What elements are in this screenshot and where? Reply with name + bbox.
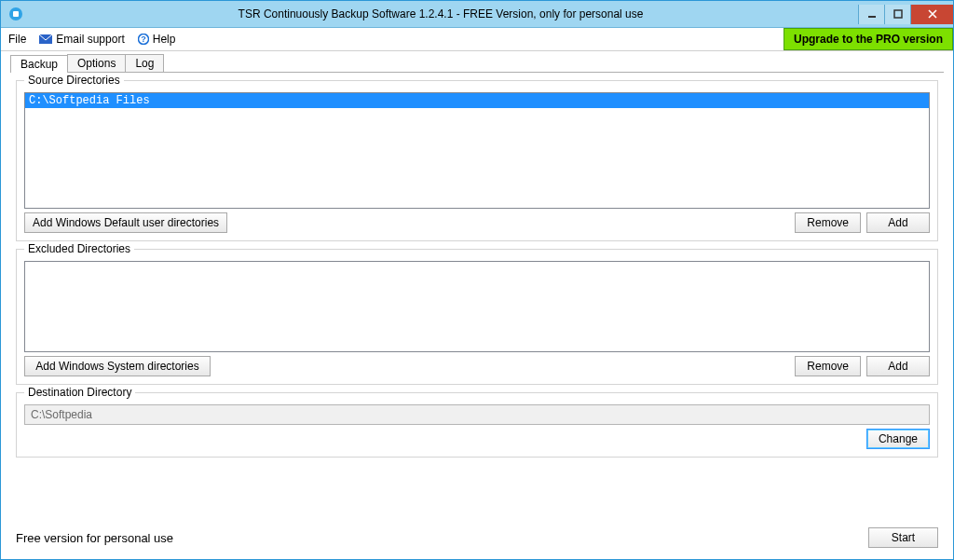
titlebar[interactable]: TSR Continuously Backup Software 1.2.4.1… [1,1,953,28]
add-system-dirs-button[interactable]: Add Windows System directories [24,356,211,376]
tabstrip: Backup Options Log [1,51,953,72]
menu-help[interactable]: ? Help [138,33,176,46]
destination-group: Destination Directory C:\Softpedia Chang… [16,392,938,458]
source-legend: Source Directories [24,74,124,87]
tab-backup[interactable]: Backup [10,55,68,73]
change-button[interactable]: Change [866,429,930,449]
app-window: TSR Continuously Backup Software 1.2.4.1… [0,0,954,560]
excluded-remove-button[interactable]: Remove [795,356,861,376]
footer: Free version for personal use Start [1,520,953,559]
menu-email-support-label: Email support [56,33,124,46]
help-icon: ? [138,34,149,45]
minimize-button[interactable] [858,5,884,24]
excluded-add-button[interactable]: Add [866,356,930,376]
menubar: File Email support ? Help Upgrade to the… [1,28,953,51]
source-remove-button[interactable]: Remove [795,212,861,233]
start-button[interactable]: Start [868,527,938,548]
app-icon [8,7,23,21]
excluded-listbox[interactable] [24,261,930,352]
menu-email-support[interactable]: Email support [39,33,124,46]
tab-panel-backup: Source Directories C:\Softpedia Files Ad… [10,72,944,520]
destination-path: C:\Softpedia [24,404,930,425]
excluded-legend: Excluded Directories [24,242,134,255]
close-button[interactable] [910,5,953,24]
svg-rect-2 [868,16,876,18]
add-default-dirs-button[interactable]: Add Windows Default user directories [24,212,227,233]
source-add-button[interactable]: Add [866,212,930,233]
destination-legend: Destination Directory [24,386,135,399]
footer-message: Free version for personal use [16,531,173,545]
tab-options[interactable]: Options [67,54,126,72]
tab-log[interactable]: Log [125,54,164,72]
email-icon [39,34,52,44]
menu-help-label: Help [153,33,176,46]
source-group: Source Directories C:\Softpedia Files Ad… [16,80,938,241]
svg-rect-3 [894,10,902,18]
source-listbox[interactable]: C:\Softpedia Files [24,92,930,209]
window-title: TSR Continuously Backup Software 1.2.4.1… [23,7,858,20]
excluded-group: Excluded Directories Add Windows System … [16,249,938,385]
svg-rect-1 [13,11,19,17]
list-item[interactable]: C:\Softpedia Files [25,93,929,108]
maximize-button[interactable] [884,5,910,24]
upgrade-button[interactable]: Upgrade to the PRO version [784,28,953,50]
svg-text:?: ? [141,34,146,44]
menu-file[interactable]: File [8,33,26,46]
